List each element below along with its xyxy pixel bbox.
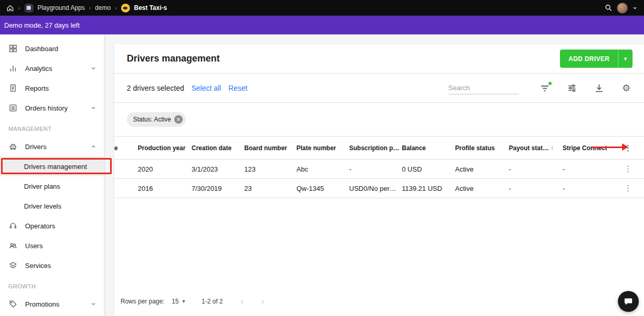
breadcrumb-app[interactable]: Playground Apps (38, 4, 85, 11)
sidebar-item-label: Orders history (25, 104, 83, 112)
column-header[interactable]: Subscription p… (349, 137, 402, 160)
status-filter-chip[interactable]: Status: Active ✕ (127, 112, 186, 127)
column-header[interactable]: Balance (402, 137, 455, 160)
drivers-management-card: Drivers management ADD DRIVER ▼ 2 driver… (114, 44, 644, 316)
search-input[interactable] (448, 84, 519, 92)
breadcrumb-env[interactable]: demo (95, 4, 111, 11)
select-all-link[interactable]: Select all (192, 84, 221, 92)
cell-payout-status: - (509, 160, 563, 179)
pagination-range-text: 1-2 of 2 (201, 298, 223, 305)
column-header[interactable]: Board number (244, 137, 296, 160)
sidebar-item-drivers-management[interactable]: Drivers management (0, 156, 104, 176)
rows-per-page-select[interactable]: 15 ▼ (172, 298, 186, 305)
column-header[interactable]: e (114, 137, 138, 160)
column-header[interactable]: Production year (138, 137, 192, 160)
pagination-bar: Rows per page: 15 ▼ 1-2 of 2 ‹ › (114, 287, 644, 316)
settings-gear-icon[interactable]: ⚙ (620, 82, 633, 94)
cell-stripe-connect: - (563, 160, 615, 179)
demo-mode-text: Demo mode, 27 days left (4, 21, 80, 29)
table-header-row: e Production year Creation date Board nu… (114, 137, 644, 160)
user-avatar[interactable] (617, 3, 628, 14)
cell-production-year: 2016 (138, 179, 192, 198)
sidebar-item-promotions[interactable]: Promotions (0, 294, 104, 314)
add-driver-split-button[interactable]: ADD DRIVER ▼ (560, 50, 633, 68)
main-content: Drivers management ADD DRIVER ▼ 2 driver… (104, 34, 644, 316)
sidebar-item-orders-history[interactable]: Orders history (0, 98, 104, 118)
sidebar-item-label: Driver plans (24, 183, 97, 190)
sidebar-item-label: Drivers (25, 143, 83, 151)
sidebar-item-label: Dashboard (25, 45, 97, 53)
column-header[interactable]: Creation date (192, 137, 244, 160)
home-icon[interactable] (6, 4, 14, 12)
sidebar-item-drivers[interactable]: Drivers (0, 137, 104, 156)
breadcrumb-chevron-icon: › (89, 5, 91, 11)
cell-subscription: USD0/No per… (349, 179, 402, 198)
page-title: Drivers management (127, 53, 220, 64)
download-icon[interactable] (593, 82, 605, 94)
sidebar-section-growth: GROWTH (0, 278, 104, 294)
row-actions-kebab-icon[interactable]: ⋮ (615, 160, 644, 179)
chip-remove-icon[interactable]: ✕ (174, 115, 183, 124)
cell (114, 160, 138, 179)
sidebar-item-analytics[interactable]: Analytics (0, 58, 104, 78)
selection-toolbar: 2 drivers selected Select all Reset (114, 74, 644, 103)
chip-label: Status: Active (133, 116, 171, 123)
column-header-sorted[interactable]: Payout stat…↑ (509, 137, 563, 160)
sidebar-item-label: Promotions (25, 300, 83, 308)
sidebar-item-services[interactable]: Services (0, 256, 104, 275)
filter-active-dot (548, 82, 552, 85)
cell-profile-status: Active (455, 179, 509, 198)
filter-list-icon[interactable] (539, 82, 551, 94)
users-icon (8, 241, 18, 250)
report-document-icon (8, 83, 18, 93)
services-layers-icon (8, 261, 18, 270)
cell-creation-date: 7/30/2019 (192, 179, 244, 198)
sidebar-item-label: Services (25, 262, 97, 270)
search-icon[interactable] (604, 4, 613, 12)
chevron-up-icon (90, 143, 97, 150)
add-driver-dropdown-button[interactable]: ▼ (618, 50, 633, 68)
search-field[interactable] (448, 81, 519, 94)
car-icon (8, 142, 18, 151)
card-header: Drivers management ADD DRIVER ▼ (114, 44, 644, 74)
sidebar-section-management: MANAGEMENT (0, 121, 104, 137)
cell-board-number: 23 (244, 179, 296, 198)
table-row[interactable]: 2020 3/1/2023 123 Abc - 0 USD Active - -… (114, 160, 644, 179)
sidebar-item-label: Driver levels (24, 202, 97, 210)
table-row[interactable]: 2016 7/30/2019 23 Qw-1345 USD0/No per… 1… (114, 179, 644, 198)
headset-icon (8, 221, 18, 230)
sidebar-item-dashboard[interactable]: Dashboard (0, 39, 104, 58)
breadcrumb-chevron-icon: › (115, 5, 117, 11)
account-chevron-down-icon[interactable] (632, 5, 638, 11)
sidebar-item-label: Analytics (25, 65, 83, 72)
column-header[interactable]: Profile status (455, 137, 509, 160)
top-bar: › Playground Apps › demo › Best Taxi-s (0, 0, 644, 16)
select-caret-icon: ▼ (181, 299, 186, 304)
sidebar-item-driver-plans[interactable]: Driver plans (0, 176, 104, 196)
sidebar-item-label: Operators (25, 222, 97, 230)
row-actions-kebab-icon[interactable]: ⋮ (615, 179, 644, 198)
breadcrumb-page[interactable]: Best Taxi-s (134, 4, 167, 11)
sidebar-item-driver-levels[interactable]: Driver levels (0, 196, 104, 216)
cell-balance: 1139.21 USD (402, 179, 455, 198)
sidebar-item-operators[interactable]: Operators (0, 216, 104, 236)
org-avatar-icon (25, 4, 33, 13)
reset-link[interactable]: Reset (229, 84, 248, 92)
add-driver-button[interactable]: ADD DRIVER (560, 50, 618, 68)
sidebar-item-reports[interactable]: Reports (0, 78, 104, 98)
next-page-icon[interactable]: › (261, 296, 265, 307)
cell-creation-date: 3/1/2023 (192, 160, 244, 179)
analytics-chart-icon (8, 64, 18, 73)
column-header[interactable]: Plate number (296, 137, 349, 160)
sidebar-item-users[interactable]: Users (0, 236, 104, 256)
previous-page-icon[interactable]: ‹ (241, 296, 244, 307)
tune-sliders-icon[interactable] (566, 82, 578, 94)
chevron-down-icon (90, 301, 97, 307)
chat-widget-button[interactable] (618, 291, 639, 312)
cell-stripe-connect: - (563, 179, 615, 198)
cell-payout-status: - (509, 179, 563, 198)
sidebar-item-label: Reports (25, 84, 97, 92)
chevron-down-icon (90, 65, 97, 71)
annotation-red-arrow-line (592, 147, 623, 148)
cell-balance: 0 USD (402, 160, 455, 179)
